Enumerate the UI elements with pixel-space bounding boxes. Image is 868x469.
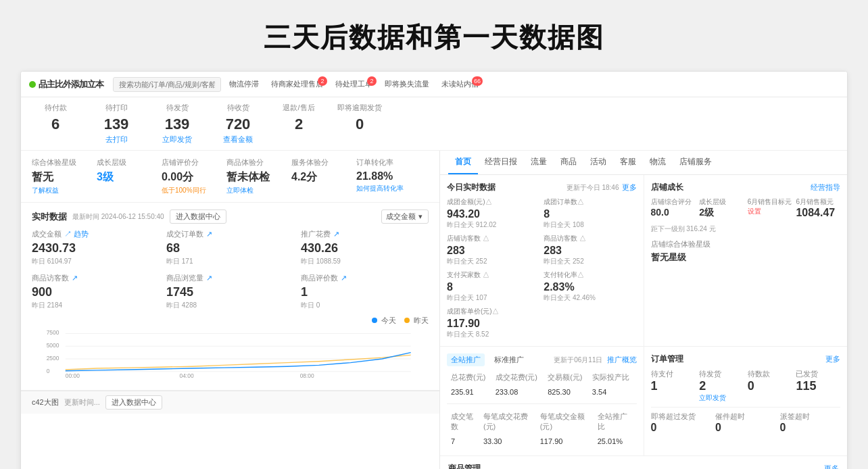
metric-amount: 成交金额 ↗ 趋势 2430.73 昨日 6104.97	[32, 229, 160, 266]
product-mgmt-title: 商品管理	[448, 463, 481, 469]
stat-daifahuo: 待发货 139 立即发货	[153, 103, 201, 145]
today-data-grid: 成团金额(元)△ 943.20 昨日全天 912.02 成团订单数△ 8 昨日全…	[447, 197, 637, 339]
promotion-section: 全站推广 标准推广 更新于06月11日 推广概览 总花费(元) 成交花费(	[440, 347, 644, 455]
today-realtime-title: 今日实时数据	[447, 182, 496, 193]
nav-item-gongdan[interactable]: 待处理工单 2	[331, 79, 377, 89]
metric-visitors: 商品访客数 ↗ 900 昨日 2184	[32, 273, 160, 310]
realtime-section: 实时数据 最新时间 2024-06-12 15:50:40 进入数据中心 成交金…	[21, 203, 439, 391]
logo-text: 品主比外添加立本	[39, 78, 103, 91]
sg-amount: 6月销售额元 1084.47	[796, 197, 840, 219]
today-realtime-more[interactable]: 更多	[622, 182, 637, 193]
bottom-enter-btn[interactable]: 进入数据中心	[105, 395, 162, 410]
nav-item-liuliang[interactable]: 即将换失流量	[381, 79, 433, 89]
tab-logistics[interactable]: 物流	[643, 151, 673, 174]
nav-item-shouhou[interactable]: 待商家处理售后 2	[267, 79, 327, 89]
stat-daifukuan: 待付款 6	[32, 103, 79, 145]
stat-tuikuan: 退款/售后 2	[275, 103, 322, 145]
svg-text:08:00: 08:00	[300, 372, 314, 379]
dc-avg-order: 成团客单价(元)△ 117.90 昨日全天 8.52	[447, 307, 539, 339]
promo-row2: 7 33.30 117.90 25.01%	[448, 435, 635, 447]
shop-growth-title: 店铺成长	[651, 182, 683, 193]
metric-reviews: 商品评价数 ↗ 1 昨日 0	[301, 273, 429, 310]
dc-product-visitors: 商品访客数 △ 283 昨日全天 252	[544, 234, 636, 266]
qi-product: 商品体验分 暂未体检 立即体检	[226, 157, 281, 195]
legend-today: 今天	[372, 316, 396, 326]
svg-text:04:00: 04:00	[180, 372, 194, 379]
tab-customer[interactable]: 客服	[613, 151, 643, 174]
page-title-area: 三天后数据和第一天数据图	[0, 0, 868, 71]
sg-note: 距下一级别 316.24 元	[651, 224, 841, 234]
tab-traffic[interactable]: 流量	[524, 151, 554, 174]
stats-row: 待付款 6 待打印 139 去打印 待发货 139 立即发货 待收货 720 查…	[21, 97, 847, 151]
top-right-row: 今日实时数据 更新于今日 18:46 更多 成团金额(元)△ 943.20 昨日…	[440, 175, 847, 347]
product-mgmt-more[interactable]: 更多	[824, 464, 839, 469]
metrics-grid: 成交金额 ↗ 趋势 2430.73 昨日 6104.97 成交订单数 ↗ 68 …	[32, 229, 429, 310]
oc-shipped: 已发货 115	[796, 369, 840, 403]
sg-target: 6月销售目标元 设置	[748, 197, 792, 219]
order-mgmt-more[interactable]: 更多	[825, 354, 840, 364]
order-management: 订单管理 更多 待支付 1 待发货 2 立即发货	[644, 347, 848, 455]
promo-tab-biaozhun[interactable]: 标准推广	[490, 353, 528, 366]
dc-shop-visitors: 店铺访客数 △ 283 昨日全天 252	[447, 234, 539, 266]
shop-growth-grid: 店铺综合评分 80.0 成长层级 2级 6月销售目标元 设置 6月销售额元	[651, 197, 841, 219]
tab-activity[interactable]: 活动	[583, 151, 613, 174]
today-realtime: 今日实时数据 更新于今日 18:46 更多 成团金额(元)△ 943.20 昨日…	[440, 175, 644, 346]
chevron-down-icon: ▾	[418, 212, 423, 221]
search-input[interactable]	[113, 77, 221, 92]
qi-conversion: 订单转化率 21.88% 如何提高转化率	[356, 157, 410, 195]
stat-daishouhuo: 待收货 720 查看金额	[214, 103, 262, 145]
right-panel: 首页 经营日报 流量 商品 活动 客服 物流 店铺服务 今日实时数据 更新于今日…	[440, 151, 847, 469]
metric-select[interactable]: 成交金额 ▾	[381, 209, 429, 224]
oc-overtime-ship: 即将超过发货 0	[651, 412, 712, 434]
rp-tabs: 首页 经营日报 流量 商品 活动 客服 物流 店铺服务	[440, 151, 847, 175]
oc-pay: 待支付 1	[651, 369, 696, 403]
sg-exp-value: 暂无星级	[651, 251, 841, 264]
tab-home[interactable]: 首页	[448, 151, 478, 174]
dc-chengtuan-orders: 成团订单数△ 8 昨日全天 108	[544, 197, 636, 230]
page-title: 三天后数据和第一天数据图	[0, 19, 868, 56]
oc-sign: 派签超时 0	[780, 412, 841, 434]
shop-growth: 店铺成长 经营指导 店铺综合评分 80.0 成长层级 2级 6	[644, 175, 848, 346]
qi-xingji: 综合体验星级 暂无 了解权益	[32, 157, 86, 195]
tab-daily[interactable]: 经营日报	[478, 151, 524, 174]
metric-pageviews: 商品浏览量 ↗ 1745 昨日 4288	[166, 273, 294, 310]
nav-item-zhanneixin[interactable]: 未读站内信 66	[437, 79, 483, 89]
dc-pay-buyers: 支付买家数 △ 8 昨日全天 107	[447, 270, 539, 303]
promo-table: 总花费(元) 成交花费(元) 交易额(元) 实际投产比 235.91 233.0…	[447, 369, 637, 399]
logo-area: 品主比外添加立本	[29, 78, 103, 91]
left-panel: 综合体验星级 暂无 了解权益 成长层级 3级 店铺评价分 0.00分 低于100…	[21, 151, 440, 469]
svg-text:0: 0	[47, 368, 50, 374]
realtime-header: 实时数据 最新时间 2024-06-12 15:50:40 进入数据中心 成交金…	[32, 209, 429, 224]
qi-service: 服务体验分 4.2分	[291, 157, 345, 195]
two-panel: 综合体验星级 暂无 了解权益 成长层级 3级 店铺评价分 0.00分 低于100…	[21, 151, 847, 469]
nav-item-wuliu[interactable]: 物流停滞	[225, 79, 263, 89]
promo-divider	[447, 403, 637, 404]
realtime-update: 最新时间 2024-06-12 15:50:40	[72, 212, 164, 222]
promo-table2: 成交笔数 每笔成交花费(元) 每笔成交金额(元) 全站推广比 7 33.30 1…	[447, 408, 637, 449]
tab-product[interactable]: 商品	[554, 151, 583, 174]
tab-shop-service[interactable]: 店铺服务	[673, 151, 719, 174]
enter-data-center-btn[interactable]: 进入数据中心	[170, 209, 226, 224]
metric-orders: 成交订单数 ↗ 68 昨日 171	[166, 229, 294, 266]
order-divider	[651, 407, 841, 408]
qi-score: 店铺评价分 0.00分 低于100%同行	[162, 157, 216, 195]
product-mgmt-header: 商品管理 更多	[448, 463, 839, 469]
product-management: 商品管理 更多 在线 待售	[440, 456, 847, 469]
logo-dot	[29, 81, 36, 88]
qi-level: 成长层级 3级	[97, 157, 151, 195]
svg-text:00:00: 00:00	[66, 372, 80, 379]
top-nav: 品主比外添加立本 物流停滞 待商家处理售后 2 待处理工单 2 即将换失流量 未…	[21, 72, 847, 97]
oc-urge: 催件超时 0	[715, 412, 776, 434]
stat-yuqi: 即将逾期发货 0	[336, 103, 383, 145]
dc-pay-rate: 支付转化率△ 2.83% 昨日全天 42.46%	[544, 270, 636, 303]
bottom-strip: c42大图 更新时间... 进入数据中心	[21, 391, 439, 414]
promo-tab-quanzhan[interactable]: 全站推广	[447, 353, 485, 366]
sg-level: 成长层级 2级	[699, 197, 744, 219]
oc-ship: 待发货 2 立即发货	[699, 369, 744, 403]
main-frame: 品主比外添加立本 物流停滞 待商家处理售后 2 待处理工单 2 即将换失流量 未…	[20, 71, 848, 469]
order-grid2: 即将超过发货 0 催件超时 0 派签超时 0	[651, 412, 841, 434]
shop-growth-more[interactable]: 经营指导	[811, 182, 840, 193]
sg-rating: 店铺综合评分 80.0	[651, 197, 696, 219]
middle-right-row: 全站推广 标准推广 更新于06月11日 推广概览 总花费(元) 成交花费(	[440, 347, 847, 456]
promo-more[interactable]: 推广概览	[607, 355, 637, 365]
